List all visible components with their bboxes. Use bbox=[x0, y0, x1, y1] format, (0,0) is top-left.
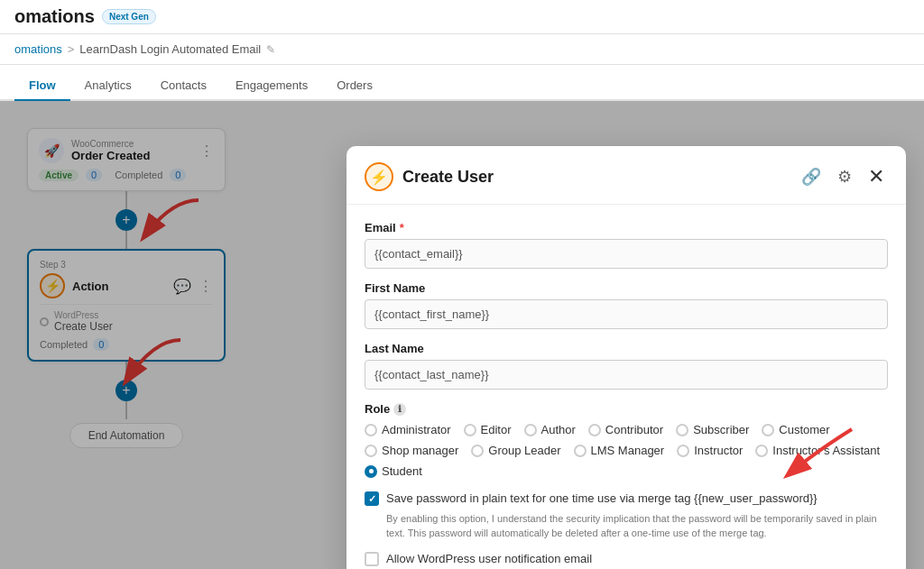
notify-email-row: Allow WordPress user notification email bbox=[365, 551, 888, 567]
modal-title: Create User bbox=[402, 168, 789, 187]
notify-email-label: Allow WordPress user notification email bbox=[386, 551, 592, 567]
edit-icon[interactable]: ✎ bbox=[266, 43, 275, 56]
modal-overlay: ⚡ Create User 🔗 ⚙ ✕ Email * bbox=[0, 101, 924, 569]
first-name-input[interactable] bbox=[365, 299, 888, 329]
role-section: Role ℹ Administrator Editor bbox=[365, 402, 888, 478]
role-radio-instructors-assistant bbox=[755, 445, 768, 457]
breadcrumb-separator: > bbox=[68, 42, 75, 56]
app-title: omations bbox=[14, 6, 95, 27]
role-option-administrator[interactable]: Administrator bbox=[365, 423, 451, 436]
role-radio-group-leader bbox=[471, 445, 484, 457]
role-radio-instructor bbox=[677, 445, 689, 457]
role-option-group-leader[interactable]: Group Leader bbox=[471, 444, 560, 457]
role-option-customer[interactable]: Customer bbox=[762, 423, 829, 436]
role-option-instructors-assistant[interactable]: Instructor's Assistant bbox=[755, 444, 880, 457]
breadcrumb-current: LearnDash Login Automated Email bbox=[79, 42, 261, 56]
save-password-section: ✓ Save password in plain text for one ti… bbox=[365, 491, 888, 540]
role-radio-shop-manager bbox=[365, 445, 377, 457]
tab-engagements[interactable]: Engagements bbox=[221, 71, 322, 101]
save-password-desc: By enabling this option, I understand th… bbox=[386, 512, 888, 540]
role-radio-customer bbox=[762, 424, 774, 436]
role-radio-subscriber bbox=[676, 424, 688, 436]
role-info-icon: ℹ bbox=[393, 403, 406, 416]
settings-icon-button[interactable]: ⚙ bbox=[834, 163, 855, 190]
modal-icon: ⚡ bbox=[365, 162, 393, 191]
last-name-input[interactable] bbox=[365, 360, 888, 390]
modal-body: Email * First Name Last Name bbox=[346, 205, 906, 569]
role-options-row2: Shop manager Group Leader LMS Manager bbox=[365, 444, 888, 457]
notify-email-checkbox[interactable] bbox=[365, 552, 379, 566]
last-name-field-group: Last Name bbox=[365, 342, 888, 390]
role-radio-author bbox=[524, 424, 537, 436]
save-password-row: ✓ Save password in plain text for one ti… bbox=[365, 491, 888, 507]
email-field-group: Email * bbox=[365, 221, 888, 269]
role-option-instructor[interactable]: Instructor bbox=[677, 444, 743, 457]
modal-header: ⚡ Create User 🔗 ⚙ ✕ bbox=[346, 146, 906, 205]
tab-analytics[interactable]: Analytics bbox=[70, 71, 146, 101]
role-radio-lms-manager bbox=[574, 445, 587, 457]
breadcrumb: omations > LearnDash Login Automated Ema… bbox=[0, 34, 924, 65]
role-option-subscriber[interactable]: Subscriber bbox=[676, 423, 749, 436]
next-gen-badge: Next Gen bbox=[102, 9, 156, 24]
last-name-label: Last Name bbox=[365, 342, 888, 355]
role-label: Role ℹ bbox=[365, 402, 888, 416]
required-star: * bbox=[400, 221, 404, 234]
breadcrumb-parent-link[interactable]: omations bbox=[14, 42, 62, 56]
link-icon-button[interactable]: 🔗 bbox=[798, 163, 825, 190]
role-option-student[interactable]: Student bbox=[365, 464, 422, 478]
role-radio-administrator bbox=[365, 424, 377, 436]
role-option-contributor[interactable]: Contributor bbox=[588, 423, 663, 436]
role-option-author[interactable]: Author bbox=[524, 423, 576, 436]
notify-email-section: Allow WordPress user notification email … bbox=[365, 551, 888, 569]
first-name-field-group: First Name bbox=[365, 281, 888, 329]
modal-actions: 🔗 ⚙ ✕ bbox=[798, 163, 888, 190]
role-radio-student bbox=[365, 465, 377, 478]
modal-close-button[interactable]: ✕ bbox=[864, 163, 888, 190]
nav-tabs: Flow Analytics Contacts Engagements Orde… bbox=[0, 65, 924, 101]
top-bar: omations Next Gen bbox=[0, 0, 924, 34]
role-options-row3: Student bbox=[365, 464, 888, 478]
first-name-label: First Name bbox=[365, 281, 888, 295]
tab-contacts[interactable]: Contacts bbox=[146, 71, 221, 101]
role-radio-contributor bbox=[588, 424, 601, 436]
email-input[interactable] bbox=[365, 239, 888, 269]
email-label: Email * bbox=[365, 221, 888, 234]
create-user-modal: ⚡ Create User 🔗 ⚙ ✕ Email * bbox=[346, 146, 906, 569]
role-options-row1: Administrator Editor Author Contrib bbox=[365, 423, 888, 436]
tab-orders[interactable]: Orders bbox=[322, 71, 387, 101]
role-radio-editor bbox=[464, 424, 476, 436]
flow-canvas: 🚀 WooCommerce Order Created ⋮ Active 0 C… bbox=[0, 101, 924, 569]
save-password-label: Save password in plain text for one time… bbox=[386, 491, 818, 507]
save-password-checkbox[interactable]: ✓ bbox=[365, 491, 379, 506]
role-option-shop-manager[interactable]: Shop manager bbox=[365, 444, 458, 457]
role-option-editor[interactable]: Editor bbox=[464, 423, 512, 436]
tab-flow[interactable]: Flow bbox=[14, 71, 70, 101]
role-option-lms-manager[interactable]: LMS Manager bbox=[574, 444, 665, 457]
